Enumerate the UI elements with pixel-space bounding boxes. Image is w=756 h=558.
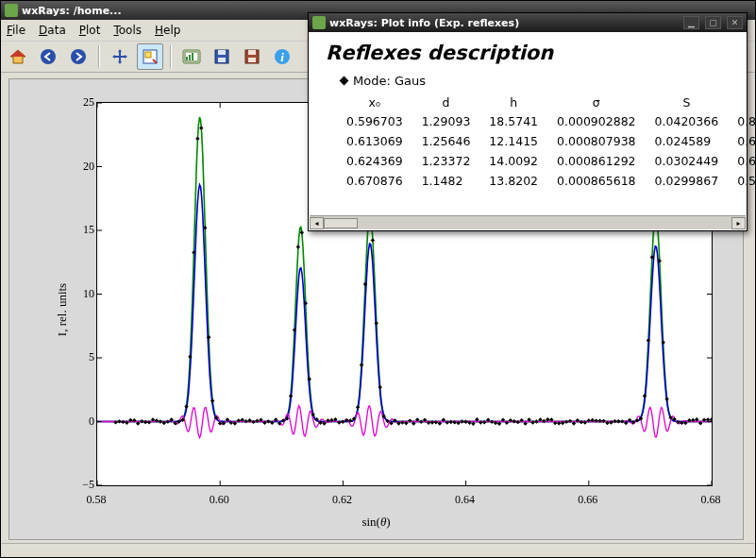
col-S: S xyxy=(646,93,729,111)
cell-h: 14.0092 xyxy=(479,151,547,171)
mode-row: Mode: Gaus xyxy=(341,74,731,88)
x-tick: 0.60 xyxy=(210,493,229,507)
mode-label: Mode: Gaus xyxy=(353,74,426,88)
col-x0: x₀ xyxy=(337,93,412,111)
x-tick: 0.58 xyxy=(87,493,107,507)
cell-S: 0.0299867 xyxy=(646,171,729,191)
table-row: 0.6130691.2564612.14150.0008079380.02458… xyxy=(337,131,756,151)
subplots-button[interactable] xyxy=(178,43,205,70)
move-icon xyxy=(110,47,129,66)
y-tick: 0 xyxy=(68,414,94,428)
cell-h: 13.8202 xyxy=(479,171,547,191)
cell-sigma: 0.000807938 xyxy=(547,131,646,151)
cell-std: 0.618007 xyxy=(728,131,756,151)
svg-rect-13 xyxy=(218,50,226,55)
window-title: wxRays: /home... xyxy=(22,5,122,17)
forward-button[interactable] xyxy=(65,43,92,70)
dialog-title: wxRays: Plot info (Exp. reflexes) xyxy=(329,17,519,29)
cell-S: 0.0302449 xyxy=(646,151,729,171)
y-tick: 25 xyxy=(68,95,94,110)
svg-rect-16 xyxy=(248,50,256,55)
svg-rect-17 xyxy=(248,58,256,62)
home-button[interactable] xyxy=(5,43,31,70)
scroll-thumb[interactable] xyxy=(324,218,358,228)
cell-x0: 0.596703 xyxy=(337,111,412,131)
app-icon xyxy=(5,4,18,17)
cell-x0: 0.670876 xyxy=(337,171,412,191)
col-h: h xyxy=(479,93,547,111)
pan-button[interactable] xyxy=(107,43,133,70)
x-tick: 0.64 xyxy=(455,493,475,507)
cell-S: 0.024589 xyxy=(646,131,729,151)
cell-sigma: 0.000861292 xyxy=(547,151,646,171)
zoom-icon xyxy=(141,47,160,66)
status-bar xyxy=(2,543,754,556)
dialog-titlebar[interactable]: wxRays: Plot info (Exp. reflexes) ▁ ▢ ✕ xyxy=(309,13,747,32)
cell-std: 0.882901 xyxy=(728,111,756,131)
cell-x0: 0.613069 xyxy=(337,131,412,151)
svg-point-2 xyxy=(41,49,56,64)
y-tick: 20 xyxy=(68,159,94,173)
svg-text:i: i xyxy=(280,50,284,64)
info-button[interactable]: i xyxy=(269,43,295,70)
forward-icon xyxy=(69,47,88,66)
y-tick: 10 xyxy=(68,286,94,300)
dialog-body: Reflexes description Mode: Gaus x₀ d h σ… xyxy=(309,32,747,200)
svg-rect-5 xyxy=(145,52,151,58)
x-axis-label: sin(θ) xyxy=(361,515,390,530)
close-button[interactable]: ✕ xyxy=(727,16,743,29)
info-icon: i xyxy=(273,47,292,66)
col-sigma: σ xyxy=(547,93,646,111)
table-row: 0.6708761.148213.82020.0008656180.029986… xyxy=(337,171,756,191)
cell-sigma: 0.000865618 xyxy=(547,171,646,191)
menu-tools[interactable]: Tools xyxy=(113,24,142,37)
col-d: d xyxy=(412,93,480,111)
reflexes-table: x₀ d h σ S std 0.5967031.2909318.57410.0… xyxy=(337,93,756,191)
menu-data[interactable]: Data xyxy=(39,24,66,37)
table-row: 0.6243691.2337214.00920.0008612920.03024… xyxy=(337,151,756,171)
subplots-icon xyxy=(181,47,202,66)
x-tick: 0.62 xyxy=(332,493,352,507)
zoom-button[interactable] xyxy=(137,43,163,70)
svg-rect-14 xyxy=(218,58,226,62)
menu-help[interactable]: Help xyxy=(155,24,180,37)
scroll-left-button[interactable]: ◂ xyxy=(310,217,324,229)
home-icon xyxy=(8,47,27,66)
maximize-button[interactable]: ▢ xyxy=(705,16,721,29)
y-tick: 5 xyxy=(68,350,94,364)
plot-info-dialog[interactable]: wxRays: Plot info (Exp. reflexes) ▁ ▢ ✕ … xyxy=(308,12,748,231)
scroll-track[interactable] xyxy=(358,217,731,229)
cell-d: 1.25646 xyxy=(412,131,480,151)
svg-rect-9 xyxy=(186,57,188,60)
diamond-icon xyxy=(340,76,349,86)
cell-h: 18.5741 xyxy=(479,111,547,131)
cell-sigma: 0.000902882 xyxy=(547,111,646,131)
svg-rect-10 xyxy=(189,55,191,60)
cell-S: 0.0420366 xyxy=(646,111,729,131)
save-alt-button[interactable] xyxy=(239,43,265,70)
cell-h: 12.1415 xyxy=(479,131,547,151)
cell-d: 1.1482 xyxy=(412,171,480,191)
back-icon xyxy=(39,47,58,66)
x-tick: 0.66 xyxy=(578,493,597,507)
cell-d: 1.23372 xyxy=(412,151,480,171)
back-button[interactable] xyxy=(35,43,61,70)
y-tick: 15 xyxy=(68,223,94,237)
menu-plot[interactable]: Plot xyxy=(79,24,101,37)
minimize-button[interactable]: ▁ xyxy=(683,16,699,29)
cell-std: 0.549112 xyxy=(728,171,756,191)
dialog-scrollbar[interactable]: ◂ ▸ xyxy=(310,215,746,229)
svg-marker-1 xyxy=(10,50,25,57)
save-fig-button[interactable] xyxy=(209,43,235,70)
x-tick: 0.68 xyxy=(701,493,721,507)
table-header-row: x₀ d h σ S std xyxy=(337,93,756,111)
dialog-heading: Reflexes description xyxy=(326,42,731,64)
save-alt-icon xyxy=(243,47,261,66)
svg-rect-11 xyxy=(192,53,193,60)
app-icon xyxy=(312,16,326,29)
menu-file[interactable]: File xyxy=(7,24,25,37)
y-tick: −5 xyxy=(68,478,94,492)
table-row: 0.5967031.2909318.57410.0009028820.04203… xyxy=(337,111,756,131)
cell-x0: 0.624369 xyxy=(337,151,412,171)
scroll-right-button[interactable]: ▸ xyxy=(731,217,746,229)
